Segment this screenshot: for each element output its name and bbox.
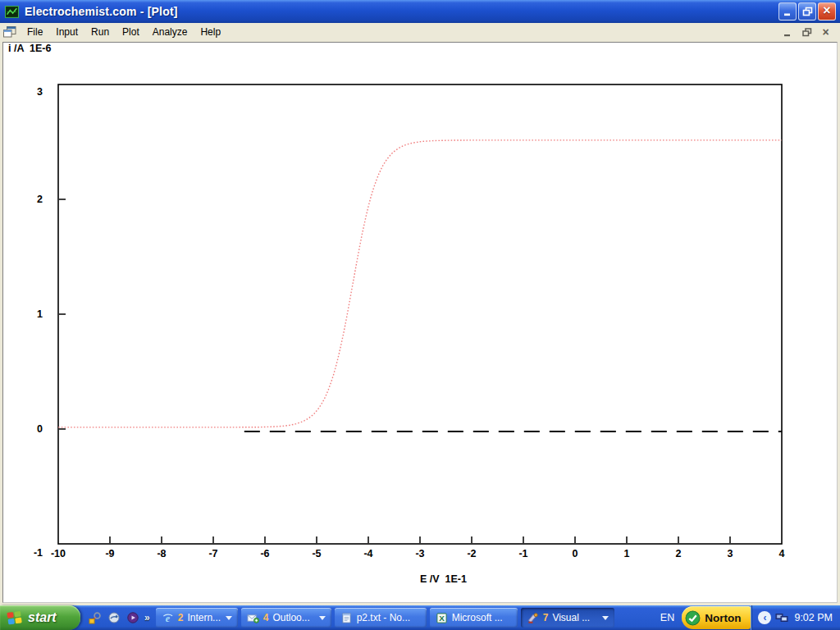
plot-client-area — [2, 42, 838, 603]
visual-studio-icon — [527, 612, 539, 624]
plot-grid-icon — [5, 4, 20, 19]
taskbar-button-label: p2.txt - No... — [357, 612, 410, 623]
quick-launch-bar: » — [80, 611, 156, 625]
menu-help[interactable]: Help — [194, 24, 227, 40]
mdi-close-icon: × — [822, 26, 829, 38]
y-tick-label: 1 — [15, 308, 43, 321]
globe-arrow-icon[interactable] — [107, 611, 121, 625]
language-indicator[interactable]: EN — [653, 612, 682, 623]
taskbar-button-internet-explorer[interactable]: e2Intern... — [156, 608, 238, 628]
window-count: 7 — [543, 612, 549, 623]
x-tick-label: -8 — [144, 547, 180, 560]
close-icon: × — [823, 4, 830, 17]
x-axis-title: E /V 1E-1 — [420, 573, 467, 585]
network-icon[interactable] — [775, 611, 788, 624]
x-tick-label: -3 — [402, 547, 438, 560]
x-tick-label: -4 — [350, 547, 386, 560]
y-tick-label: 3 — [15, 85, 43, 98]
mdi-child-window-icon[interactable] — [3, 25, 17, 39]
x-tick-label: 3 — [712, 547, 748, 560]
excel-icon: X — [436, 612, 448, 624]
svg-text:X: X — [439, 614, 445, 623]
taskbar-button-label: Visual ... — [552, 612, 590, 623]
quick-launch-overflow-chevron-icon[interactable]: » — [144, 612, 150, 623]
taskbar: start » e2Intern...4Outloo...p2.txt - No… — [0, 605, 840, 630]
menu-bar: File Input Run Plot Analyze Help × — [0, 23, 840, 41]
client-frame — [0, 41, 840, 605]
taskbar-clock: 9:02 PM — [794, 612, 833, 623]
internet-explorer-icon: e — [162, 612, 174, 624]
title-bar: Electrochemist.com - [Plot] × — [0, 0, 840, 23]
windows-flag-icon — [6, 609, 23, 627]
menu-run[interactable]: Run — [84, 24, 116, 40]
x-tick-label: -1 — [505, 547, 541, 560]
norton-label: Norton — [705, 612, 741, 624]
dropdown-caret-icon[interactable] — [602, 616, 609, 620]
window-count: 4 — [263, 612, 269, 623]
notepad-icon — [340, 612, 353, 624]
x-tick-label: -10 — [40, 547, 76, 560]
taskbar-button-label: Microsoft ... — [452, 612, 503, 623]
taskbar-button-label: Intern... — [187, 612, 221, 623]
x-tick-label: -2 — [454, 547, 490, 560]
restore-button[interactable] — [798, 2, 816, 21]
outlook-express-icon — [247, 612, 259, 624]
app-window: Electrochemist.com - [Plot] × — [0, 0, 840, 630]
taskbar-button-label: Outloo... — [272, 612, 309, 623]
mdi-minimize-button[interactable] — [782, 26, 794, 38]
norton-button[interactable]: Norton — [682, 606, 751, 629]
menu-analyze[interactable]: Analyze — [146, 24, 194, 40]
minimize-button[interactable] — [778, 2, 797, 21]
x-tick-label: -5 — [299, 547, 335, 560]
taskbar-button-visual-studio[interactable]: 7Visual ... — [521, 608, 614, 628]
window-count: 2 — [178, 612, 184, 623]
y-tick-label: -1 — [15, 546, 43, 559]
taskbar-button-excel[interactable]: XMicrosoft ... — [430, 608, 518, 628]
dropdown-caret-icon[interactable] — [226, 616, 232, 620]
menu-plot[interactable]: Plot — [116, 24, 146, 40]
tray-collapse-chevron-icon[interactable]: ‹ — [758, 611, 771, 624]
window-title: Electrochemist.com - [Plot] — [25, 5, 778, 18]
menu-input[interactable]: Input — [49, 24, 84, 40]
y-axis-title: i /A 1E-6 — [8, 43, 51, 54]
x-tick-label: -7 — [195, 547, 231, 560]
x-tick-label: 2 — [660, 547, 696, 560]
x-tick-label: -6 — [247, 547, 283, 560]
mdi-close-button[interactable]: × — [819, 26, 832, 38]
mdi-restore-button[interactable] — [801, 26, 813, 38]
y-tick-label: 0 — [15, 422, 43, 436]
x-tick-label: 0 — [557, 547, 593, 560]
taskbar-button-outlook-express[interactable]: 4Outloo... — [241, 608, 331, 628]
y-tick-label: 2 — [15, 193, 43, 206]
x-tick-label: 1 — [609, 547, 645, 560]
menu-file[interactable]: File — [21, 24, 49, 40]
x-tick-label: 4 — [764, 547, 800, 560]
password-tool-icon[interactable] — [88, 611, 102, 625]
media-player-icon[interactable] — [126, 611, 139, 625]
dropdown-caret-icon[interactable] — [319, 616, 326, 620]
norton-check-icon — [685, 610, 701, 626]
x-tick-label: -9 — [92, 547, 128, 560]
task-button-strip: e2Intern...4Outloo...p2.txt - No...XMicr… — [156, 608, 653, 628]
system-tray: ‹ 9:02 PM — [751, 605, 840, 630]
close-button[interactable]: × — [818, 2, 836, 21]
start-button[interactable]: start — [0, 605, 80, 630]
start-label: start — [28, 610, 57, 625]
taskbar-button-notepad[interactable]: p2.txt - No... — [335, 608, 427, 628]
